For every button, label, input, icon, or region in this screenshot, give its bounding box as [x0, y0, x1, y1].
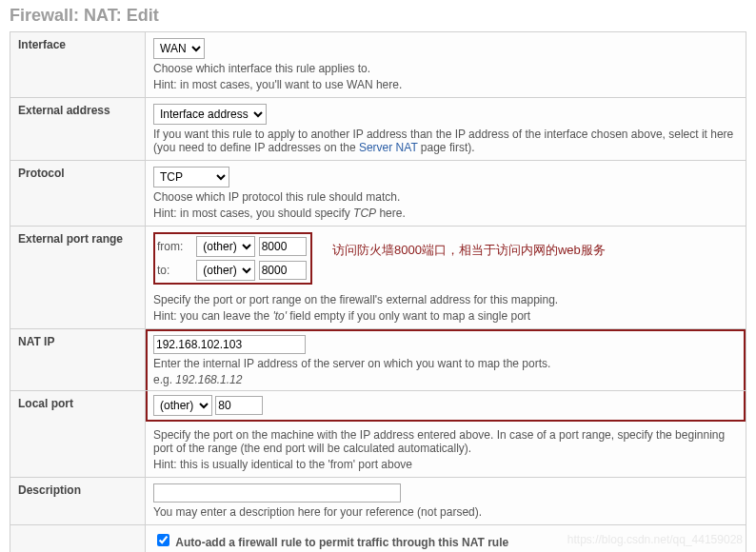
- nat-ip-hint2: e.g. 192.168.1.12: [153, 373, 738, 386]
- row-external-port-range: External port range from: (other) to: (o…: [10, 227, 746, 329]
- ext-port-from-input[interactable]: [259, 237, 307, 256]
- local-port-hint1: Specify the port on the machine with the…: [153, 428, 738, 455]
- local-port-input[interactable]: [215, 396, 263, 415]
- description-input[interactable]: [153, 483, 401, 503]
- label-external-port: External port range: [10, 227, 146, 329]
- row-description: Description You may enter a description …: [10, 478, 746, 525]
- local-port-hint2: Hint: this is usually identical to the '…: [153, 458, 738, 471]
- ext-port-hint2: Hint: you can leave the 'to' field empty…: [153, 309, 738, 323]
- row-external-address: External address Interface address If yo…: [10, 98, 746, 161]
- nat-ip-input[interactable]: [153, 335, 306, 354]
- ext-port-from-label: from:: [157, 240, 193, 253]
- row-nat-ip: NAT IP Enter the internal IP address of …: [10, 329, 746, 391]
- server-nat-link[interactable]: Server NAT: [359, 141, 418, 154]
- ext-port-to-select[interactable]: (other): [196, 260, 255, 281]
- label-interface: Interface: [10, 32, 146, 98]
- interface-hint1: Choose which interface this rule applies…: [153, 62, 738, 75]
- nat-edit-form: Interface WAN Choose which interface thi…: [10, 31, 746, 552]
- autoadd-label[interactable]: Auto-add a firewall rule to permit traff…: [153, 536, 508, 549]
- label-description: Description: [10, 478, 146, 525]
- protocol-select[interactable]: TCP: [153, 167, 229, 187]
- ext-port-to-label: to:: [157, 264, 193, 277]
- ext-port-to-input[interactable]: [259, 261, 307, 280]
- interface-select[interactable]: WAN: [153, 38, 205, 59]
- label-local-port: Local port: [10, 391, 146, 478]
- local-port-select[interactable]: (other): [153, 395, 212, 416]
- external-address-hint: If you want this rule to apply to anothe…: [153, 128, 738, 154]
- label-nat-ip: NAT IP: [10, 329, 146, 391]
- row-interface: Interface WAN Choose which interface thi…: [10, 32, 746, 98]
- protocol-hint1: Choose which IP protocol this rule shoul…: [153, 190, 738, 204]
- row-local-port: Local port (other) Specify the port on t…: [10, 391, 746, 478]
- label-protocol: Protocol: [10, 161, 146, 227]
- ext-port-hint1: Specify the port or port range on the fi…: [153, 293, 738, 306]
- ext-port-annotation: 访问防火墙8000端口，相当于访问内网的web服务: [332, 232, 606, 259]
- row-protocol: Protocol TCP Choose which IP protocol th…: [10, 161, 746, 227]
- page-title: Firewall: NAT: Edit: [10, 6, 746, 26]
- label-external-address: External address: [10, 98, 146, 161]
- external-address-select[interactable]: Interface address: [153, 104, 267, 125]
- description-hint: You may enter a description here for you…: [153, 505, 738, 519]
- row-actions: Auto-add a firewall rule to permit traff…: [10, 525, 746, 553]
- autoadd-checkbox[interactable]: [157, 534, 169, 546]
- ext-port-highlight-box: from: (other) to: (other): [153, 232, 312, 285]
- ext-port-from-select[interactable]: (other): [196, 236, 255, 257]
- interface-hint2: Hint: in most cases, you'll want to use …: [153, 78, 738, 91]
- protocol-hint2: Hint: in most cases, you should specify …: [153, 207, 738, 220]
- nat-ip-hint1: Enter the internal IP address of the ser…: [153, 357, 738, 370]
